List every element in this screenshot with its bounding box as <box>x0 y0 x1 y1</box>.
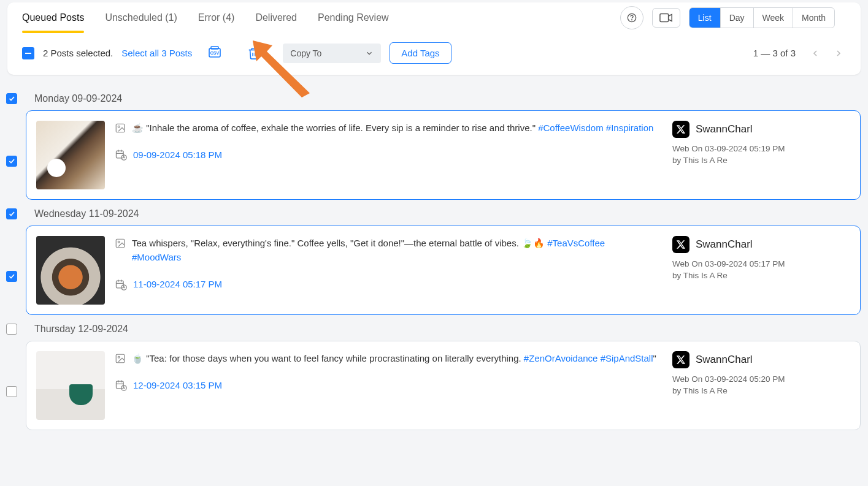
tab-unscheduled[interactable]: Unscheduled (1) <box>105 2 177 33</box>
date-label: Wednesday 11-09-2024 <box>34 208 139 219</box>
csv-icon: CSV <box>207 46 222 61</box>
copy-to-label: Copy To <box>290 48 321 58</box>
tabs-row: Queued Posts Unscheduled (1) Error (4) D… <box>7 2 861 34</box>
svg-rect-12 <box>117 281 124 288</box>
video-icon <box>659 13 673 23</box>
image-icon <box>115 238 126 249</box>
post-checkbox[interactable] <box>6 386 17 397</box>
svg-point-1 <box>631 20 632 20</box>
meta-author: by This Is A Re <box>672 386 850 395</box>
account-name[interactable]: SwannCharl <box>696 238 753 251</box>
calendar-clock-icon <box>115 278 127 290</box>
tab-delivered[interactable]: Delivered <box>255 2 297 33</box>
post-text: Tea whispers, "Relax, everything's fine.… <box>132 236 656 265</box>
view-day[interactable]: Day <box>721 8 754 28</box>
action-row: 2 Posts selected. Select all 3 Posts CSV… <box>7 34 861 75</box>
date-label: Thursday 12-09-2024 <box>34 324 128 335</box>
svg-point-7 <box>118 126 120 127</box>
master-checkbox[interactable] <box>22 47 34 59</box>
chevron-right-icon <box>834 48 843 58</box>
view-month[interactable]: Month <box>793 8 834 28</box>
svg-point-15 <box>118 356 120 358</box>
post-checkbox[interactable] <box>6 156 17 167</box>
select-all-link[interactable]: Select all 3 Posts <box>121 48 192 58</box>
calendar-clock-icon <box>115 379 127 391</box>
post-thumbnail[interactable] <box>36 121 105 189</box>
tab-queued[interactable]: Queued Posts <box>22 2 84 33</box>
svg-rect-6 <box>116 124 125 132</box>
date-checkbox[interactable] <box>6 324 17 335</box>
prev-page[interactable] <box>808 46 823 61</box>
next-page[interactable] <box>831 46 846 61</box>
svg-rect-16 <box>117 381 124 389</box>
image-icon <box>115 353 126 364</box>
date-checkbox[interactable] <box>6 93 17 104</box>
hashtags[interactable]: #TeaVsCoffee #MoodWars <box>132 238 605 262</box>
video-button[interactable] <box>652 8 680 28</box>
svg-rect-2 <box>660 14 669 22</box>
add-tags-button[interactable]: Add Tags <box>390 42 451 64</box>
post-text: ☕ "Inhale the aroma of coffee, exhale th… <box>132 121 653 135</box>
trash-icon <box>247 46 261 61</box>
post-thumbnail[interactable] <box>36 351 105 420</box>
post-card[interactable]: 🍵 "Tea: for those days when you want to … <box>26 341 861 430</box>
post-text: 🍵 "Tea: for those days when you want to … <box>132 351 656 365</box>
hashtags[interactable]: #CoffeeWisdom #Inspiration <box>538 123 653 133</box>
post-card[interactable]: ☕ "Inhale the aroma of coffee, exhale th… <box>26 110 861 200</box>
post-list: Monday 09-09-2024☕ "Inhale the aroma of … <box>7 75 861 430</box>
help-button[interactable] <box>620 6 643 29</box>
view-segment: List Day Week Month <box>689 7 835 28</box>
svg-text:CSV: CSV <box>210 51 220 55</box>
x-logo-icon <box>672 236 689 253</box>
meta-created: Web On 03-09-2024 05:17 PM <box>672 259 850 268</box>
svg-rect-8 <box>117 151 124 158</box>
post-checkbox[interactable] <box>6 271 17 282</box>
selection-count: 2 Posts selected. <box>43 48 113 58</box>
tab-error[interactable]: Error (4) <box>198 2 235 33</box>
x-logo-icon <box>672 121 689 138</box>
date-checkbox[interactable] <box>6 208 17 219</box>
delete-button[interactable] <box>246 45 262 61</box>
post-thumbnail[interactable] <box>36 236 105 305</box>
account-name[interactable]: SwannCharl <box>696 354 753 366</box>
svg-rect-10 <box>116 239 125 248</box>
chevron-down-icon <box>365 49 374 58</box>
meta-author: by This Is A Re <box>672 156 850 165</box>
page-range: 1 — 3 of 3 <box>753 48 796 58</box>
question-icon <box>627 13 637 23</box>
tab-pending[interactable]: Pending Review <box>318 2 389 33</box>
x-logo-icon <box>672 351 689 368</box>
image-icon <box>115 123 126 134</box>
toolbar-card: Queued Posts Unscheduled (1) Error (4) D… <box>7 2 861 75</box>
view-list[interactable]: List <box>689 8 721 28</box>
hashtags[interactable]: #ZenOrAvoidance #SipAndStall <box>524 353 653 363</box>
calendar-clock-icon <box>115 148 127 161</box>
copy-to-select[interactable]: Copy To <box>283 44 381 63</box>
export-csv-button[interactable]: CSV <box>207 45 223 61</box>
svg-rect-4 <box>211 47 218 49</box>
view-week[interactable]: Week <box>754 8 794 28</box>
chevron-left-icon <box>810 48 820 58</box>
meta-author: by This Is A Re <box>672 271 850 280</box>
schedule-time[interactable]: 12-09-2024 03:15 PM <box>133 380 222 390</box>
svg-point-11 <box>118 241 120 243</box>
meta-created: Web On 03-09-2024 05:19 PM <box>672 144 850 153</box>
schedule-time[interactable]: 09-09-2024 05:18 PM <box>133 150 222 160</box>
meta-created: Web On 03-09-2024 05:20 PM <box>672 374 850 384</box>
post-card[interactable]: Tea whispers, "Relax, everything's fine.… <box>26 226 861 315</box>
schedule-time[interactable]: 11-09-2024 05:17 PM <box>133 279 222 289</box>
date-label: Monday 09-09-2024 <box>34 93 122 104</box>
account-name[interactable]: SwannCharl <box>696 123 753 135</box>
svg-rect-14 <box>116 354 125 363</box>
